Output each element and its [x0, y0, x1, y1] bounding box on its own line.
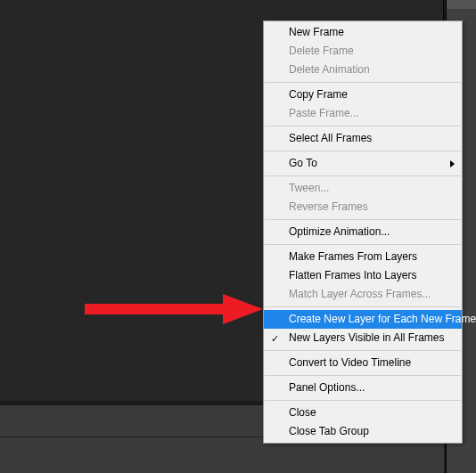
menu-item-make-frames-from-layers[interactable]: Make Frames From Layers — [264, 248, 462, 266]
menu-item-new-frame[interactable]: New Frame — [264, 23, 462, 42]
menu-item-label: Reverse Frames — [289, 200, 368, 213]
menu-item-label: Delete Animation — [289, 63, 370, 76]
menu-item-label: Select All Frames — [289, 132, 372, 144]
menu-item-label: Tween... — [289, 182, 329, 194]
menu-item-flatten-frames-into-layers[interactable]: Flatten Frames Into Layers — [264, 266, 462, 285]
submenu-arrow-icon — [450, 160, 455, 167]
menu-item-create-new-layer-for-each-new-frame[interactable]: Create New Layer for Each New Frame — [264, 310, 462, 329]
menu-separator — [265, 306, 461, 307]
menu-item-paste-frame: Paste Frame... — [264, 104, 462, 123]
menu-item-go-to[interactable]: Go To — [264, 154, 462, 173]
menu-item-label: Flatten Frames Into Layers — [289, 269, 416, 281]
menu-item-reverse-frames: Reverse Frames — [264, 198, 462, 216]
menu-item-optimize-animation[interactable]: Optimize Animation... — [264, 223, 462, 241]
menu-item-label: New Frame — [289, 26, 344, 38]
menu-item-label: Paste Frame... — [289, 107, 359, 119]
menu-item-label: Optimize Animation... — [289, 225, 390, 238]
menu-item-label: Delete Frame — [289, 45, 354, 57]
menu-item-convert-to-video-timeline[interactable]: Convert to Video Timeline — [264, 354, 462, 372]
menu-item-label: Copy Frame — [289, 88, 348, 101]
menu-separator — [265, 219, 461, 220]
menu-item-close-tab-group[interactable]: Close Tab Group — [264, 422, 462, 441]
menu-item-close[interactable]: Close — [264, 404, 462, 422]
panel-grip[interactable] — [447, 0, 476, 9]
menu-item-label: Close Tab Group — [289, 425, 369, 437]
menu-separator — [265, 400, 461, 401]
menu-item-select-all-frames[interactable]: Select All Frames — [264, 129, 462, 148]
checkmark-icon: ✓ — [271, 330, 279, 346]
menu-item-label: Create New Layer for Each New Frame — [289, 313, 476, 325]
menu-separator — [265, 350, 461, 351]
menu-item-delete-frame: Delete Frame — [264, 42, 462, 61]
menu-item-label: Match Layer Across Frames... — [289, 288, 431, 300]
menu-item-copy-frame[interactable]: Copy Frame — [264, 86, 462, 104]
menu-item-delete-animation: Delete Animation — [264, 61, 462, 79]
menu-item-panel-options[interactable]: Panel Options... — [264, 379, 462, 397]
menu-item-label: Go To — [289, 157, 317, 169]
menu-item-tween: Tween... — [264, 179, 462, 198]
menu-item-label: Panel Options... — [289, 381, 365, 394]
menu-separator — [265, 126, 461, 126]
menu-separator — [265, 175, 461, 176]
timeline-context-menu: New FrameDelete FrameDelete AnimationCop… — [263, 20, 463, 444]
menu-separator — [265, 244, 461, 245]
menu-item-label: Close — [289, 406, 316, 419]
menu-item-new-layers-visible-in-all-frames[interactable]: New Layers Visible in All Frames✓ — [264, 329, 462, 347]
menu-separator — [265, 375, 461, 376]
menu-item-match-layer-across-frames: Match Layer Across Frames... — [264, 285, 462, 304]
menu-separator — [265, 151, 461, 151]
menu-item-label: Convert to Video Timeline — [289, 356, 411, 369]
menu-item-label: New Layers Visible in All Frames — [289, 331, 445, 344]
menu-separator — [265, 82, 461, 83]
menu-item-label: Make Frames From Layers — [289, 250, 417, 263]
